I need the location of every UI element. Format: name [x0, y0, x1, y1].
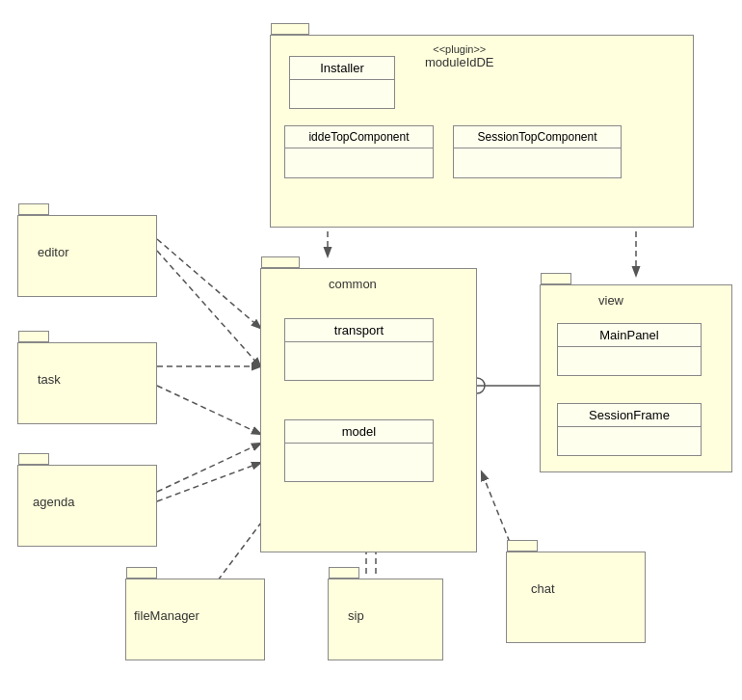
package-agenda: agenda	[17, 465, 157, 547]
package-chat: chat	[506, 552, 646, 643]
package-label-view: view	[598, 293, 623, 308]
package-label-sip: sip	[348, 608, 364, 623]
class-name-MainPanel: MainPanel	[558, 324, 701, 347]
package-label-common: common	[329, 277, 377, 291]
class-iddeTopComponent: iddeTopComponent	[284, 125, 434, 178]
svg-line-1	[157, 251, 260, 366]
class-transport: transport	[284, 318, 434, 381]
package-common: common	[260, 268, 477, 552]
stereotype-moduleIdDE: <<plugin>>	[425, 43, 494, 55]
svg-line-5	[157, 463, 260, 501]
package-label-agenda: agenda	[33, 495, 74, 509]
package-fileManager: fileManager	[125, 579, 265, 660]
class-SessionFrame: SessionFrame	[557, 403, 702, 456]
class-name-transport: transport	[285, 319, 433, 342]
class-model: model	[284, 419, 434, 482]
class-name-iddeTopComponent: iddeTopComponent	[285, 126, 433, 148]
package-task: task	[17, 342, 157, 424]
svg-line-0	[157, 239, 260, 328]
svg-line-3	[157, 386, 260, 434]
diagram: <<plugin>> moduleIdDE Installer iddeTopC…	[0, 0, 742, 700]
package-editor: editor	[17, 215, 157, 297]
class-name-SessionFrame: SessionFrame	[558, 404, 701, 427]
package-label-editor: editor	[38, 245, 69, 259]
class-MainPanel: MainPanel	[557, 323, 702, 376]
package-label-chat: chat	[531, 581, 555, 596]
package-label-moduleIdDE: moduleIdDE	[425, 55, 494, 69]
package-sip: sip	[328, 579, 443, 660]
svg-line-4	[157, 444, 260, 492]
class-name-SessionTopComponent: SessionTopComponent	[454, 126, 621, 148]
class-name-Installer: Installer	[290, 57, 394, 80]
package-label-task: task	[38, 372, 61, 387]
class-name-model: model	[285, 420, 433, 444]
package-label-fileManager: fileManager	[134, 608, 199, 623]
class-SessionTopComponent: SessionTopComponent	[453, 125, 622, 178]
class-Installer: Installer	[289, 56, 395, 109]
